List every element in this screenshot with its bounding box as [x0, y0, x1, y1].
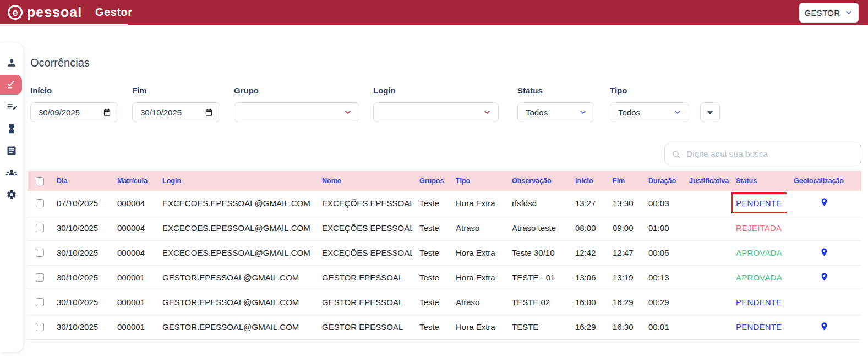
filter-lines-icon [706, 108, 714, 117]
cell-login: EXCECOES.EPESSOAL@GMAIL.COM [155, 240, 315, 265]
sidebar-item-pendencias[interactable] [0, 119, 23, 139]
row-checkbox[interactable] [36, 273, 44, 282]
row-checkbox[interactable] [36, 323, 44, 331]
row-checkbox[interactable] [36, 224, 44, 232]
brand-logo: e pessoal Gestor [0, 4, 133, 20]
select-all-checkbox[interactable] [36, 177, 44, 185]
row-checkbox-cell [28, 216, 50, 240]
settings-gear-icon [6, 189, 17, 200]
user-menu-label: GESTOR [805, 8, 840, 18]
cell-matricula: 000001 [110, 265, 155, 290]
cell-fim: 13:30 [605, 191, 641, 216]
cell-tipo: Hora Extra [449, 240, 505, 265]
status-badge[interactable]: APROVADA [736, 248, 782, 257]
location-pin-icon[interactable] [820, 271, 829, 283]
row-checkbox-cell [28, 315, 50, 339]
cell-grupos: Teste [412, 216, 449, 240]
location-pin-icon[interactable] [820, 196, 829, 208]
cell-dia: 30/10/2025 [50, 240, 110, 265]
filters-bar: Início 30/09/2025 Fim 30/10/2025 Grupo [28, 86, 861, 122]
cell-tipo: Hora Extra [449, 315, 505, 339]
advanced-filter-button[interactable] [700, 102, 720, 122]
cell-duracao: 00:03 [641, 191, 682, 216]
column-header: Observação [505, 171, 568, 191]
sidebar-item-equipes[interactable] [0, 163, 23, 183]
status-badge[interactable]: REJEITADA [736, 223, 782, 233]
cell-inicio: 12:42 [568, 240, 605, 265]
select-tipo[interactable]: Todos [610, 102, 689, 122]
row-checkbox[interactable] [36, 298, 44, 306]
sidebar-item-configuracoes[interactable] [0, 185, 23, 205]
cell-login: GESTOR.EPESSOAL@GMAIL.COM [155, 290, 315, 315]
cell-justificativa [682, 290, 729, 315]
sidebar-item-registros[interactable] [0, 97, 23, 117]
table-row: 30/10/2025 000004 EXCECOES.EPESSOAL@GMAI… [28, 240, 861, 265]
column-header: Justificativa [682, 171, 729, 191]
location-pin-icon[interactable] [820, 246, 829, 258]
column-header: Duração [641, 171, 682, 191]
cell-matricula: 000001 [110, 290, 155, 315]
cell-grupos: Teste [412, 290, 449, 315]
column-header: Dia [50, 171, 110, 191]
cell-matricula: 000004 [110, 216, 155, 240]
row-checkbox[interactable] [36, 249, 44, 257]
date-input-inicio[interactable]: 30/09/2025 [30, 102, 118, 122]
calendar-icon[interactable] [103, 108, 111, 117]
status-badge[interactable]: APROVADA [736, 273, 782, 282]
check-icon [6, 79, 17, 90]
date-input-fim[interactable]: 30/10/2025 [132, 102, 220, 122]
cell-inicio: 13:27 [568, 191, 605, 216]
cell-geolocalizacao [787, 265, 861, 290]
search-input[interactable] [686, 149, 854, 159]
cell-duracao: 00:29 [641, 290, 682, 315]
cell-dia: 30/10/2025 [50, 265, 110, 290]
occurrences-table: DiaMatrículaLoginNomeGruposTipoObservaçã… [28, 171, 861, 340]
top-bar: e pessoal Gestor GESTOR [0, 0, 868, 25]
sidebar-item-ocorrencias[interactable] [0, 75, 22, 95]
cell-nome: EXCEÇÕES EPESSOAL [315, 216, 412, 240]
column-header: Nome [315, 171, 412, 191]
sidebar-item-relatorios[interactable] [0, 141, 23, 161]
hourglass-icon [6, 123, 17, 134]
cell-duracao: 00:05 [641, 240, 682, 265]
article-icon [6, 145, 17, 156]
cell-fim: 16:29 [605, 290, 641, 315]
search-icon [672, 150, 681, 159]
calendar-icon[interactable] [205, 108, 213, 117]
chevron-down-icon [673, 108, 682, 117]
table-row: 30/10/2025 000001 GESTOR.EPESSOAL@GMAIL.… [28, 315, 861, 339]
cell-login: GESTOR.EPESSOAL@GMAIL.COM [155, 315, 315, 339]
cell-tipo: Hora Extra [449, 265, 505, 290]
cell-duracao: 00:13 [641, 265, 682, 290]
cell-fim: 09:00 [605, 216, 641, 240]
table-row: 30/10/2025 000001 GESTOR.EPESSOAL@GMAIL.… [28, 290, 861, 315]
select-grupo[interactable] [234, 102, 359, 122]
cell-observacao: TESTE 02 [505, 290, 568, 315]
select-status[interactable]: Todos [517, 102, 594, 122]
cell-nome: GESTOR EPESSOAL [315, 315, 412, 339]
status-badge[interactable]: PENDENTE [736, 199, 782, 208]
column-header: Tipo [449, 171, 505, 191]
cell-status: PENDENTE [729, 290, 787, 315]
status-badge[interactable]: PENDENTE [736, 298, 782, 307]
sidebar-nav [0, 43, 23, 352]
cell-observacao: rfsfdsd [505, 191, 568, 216]
select-login[interactable] [373, 102, 499, 122]
status-badge[interactable]: PENDENTE [736, 322, 782, 332]
location-pin-icon[interactable] [820, 321, 829, 332]
cell-justificativa [682, 191, 729, 216]
row-checkbox[interactable] [36, 199, 44, 207]
search-box[interactable] [664, 144, 861, 164]
user-menu-button[interactable]: GESTOR [799, 3, 859, 23]
row-checkbox-cell [28, 265, 50, 290]
cell-inicio: 16:00 [568, 290, 605, 315]
sidebar-item-user[interactable] [0, 53, 23, 73]
row-checkbox-cell [28, 191, 50, 216]
cell-matricula: 000004 [110, 191, 155, 216]
cell-fim: 16:30 [605, 315, 641, 339]
cell-tipo: Atraso [449, 290, 505, 315]
table-row: 30/10/2025 000004 EXCECOES.EPESSOAL@GMAI… [28, 216, 861, 240]
filter-grupo-label: Grupo [234, 86, 359, 95]
cell-grupos: Teste [412, 265, 449, 290]
cell-nome: EXCEÇÕES EPESSOAL [315, 191, 412, 216]
